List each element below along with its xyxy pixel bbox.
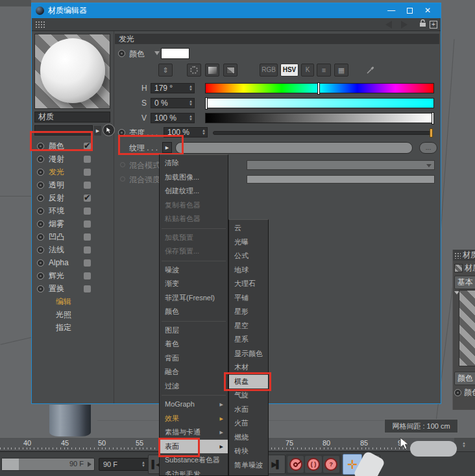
- channel-checkbox[interactable]: [84, 220, 91, 228]
- go-to-end-button[interactable]: ▶▌: [266, 455, 286, 474]
- channel-checkbox[interactable]: [84, 169, 91, 176]
- spectrum-icon[interactable]: [205, 64, 219, 77]
- value-slider[interactable]: [205, 113, 434, 123]
- tab-color[interactable]: 颜色: [454, 372, 475, 385]
- channel-extra-item[interactable]: 指定: [32, 321, 114, 334]
- menu-item[interactable]: 云: [229, 221, 268, 235]
- channel-item[interactable]: 法线: [32, 243, 114, 256]
- toolbar-grip-icon[interactable]: [35, 21, 45, 29]
- channel-item[interactable]: 反射✔: [32, 191, 114, 204]
- channel-item[interactable]: 辉光: [32, 269, 114, 282]
- menu-item[interactable]: 星形: [229, 305, 268, 319]
- menu-item[interactable]: 加载图像...: [160, 171, 228, 185]
- channel-radio-icon[interactable]: [37, 272, 44, 280]
- material-preview[interactable]: [34, 34, 110, 109]
- hue-slider[interactable]: [205, 83, 434, 93]
- value-value-field[interactable]: 100 %: [151, 113, 195, 123]
- value-slider-handle[interactable]: [432, 112, 434, 125]
- menu-item[interactable]: 地球: [229, 263, 268, 278]
- current-frame-field[interactable]: 90 F: [99, 458, 149, 471]
- menu-item[interactable]: MoGraph▶: [160, 398, 228, 412]
- titlebar[interactable]: 材质编辑器 — ✕: [32, 3, 441, 18]
- channel-checkbox[interactable]: [84, 156, 91, 163]
- menu-item[interactable]: 大理石: [229, 277, 268, 291]
- hue-value-field[interactable]: 179 °: [151, 83, 195, 93]
- menu-item[interactable]: 星系: [229, 333, 268, 347]
- menu-item[interactable]: 融合: [160, 365, 228, 379]
- menu-item[interactable]: 显示颜色: [229, 347, 268, 361]
- record-keyframe-button[interactable]: [287, 456, 304, 473]
- menu-item[interactable]: 复制着色器: [160, 198, 228, 213]
- channel-radio-icon[interactable]: [37, 156, 44, 163]
- channel-checkbox[interactable]: [84, 272, 91, 280]
- channel-item[interactable]: 置换: [32, 282, 114, 295]
- channel-checkbox[interactable]: ✔: [84, 195, 91, 202]
- menu-item[interactable]: 星空: [229, 319, 268, 333]
- channel-item[interactable]: 漫射: [32, 152, 114, 165]
- channel-item[interactable]: 凹凸: [32, 230, 114, 243]
- menu-item[interactable]: 颜色: [160, 305, 228, 319]
- menu-item[interactable]: 简单噪波: [229, 458, 268, 473]
- menu-item[interactable]: 加载预置: [160, 231, 228, 245]
- menu-item[interactable]: 水面: [229, 403, 268, 417]
- maximize-button[interactable]: [400, 3, 419, 18]
- channel-checkbox[interactable]: [84, 208, 91, 215]
- color-swatch[interactable]: [161, 48, 189, 59]
- channel-radio-icon[interactable]: [37, 220, 44, 228]
- viewport-cylinder-object[interactable]: [49, 405, 91, 436]
- channel-item[interactable]: Alpha: [32, 256, 114, 269]
- tab-basic[interactable]: 基本: [454, 276, 475, 289]
- swatches-icon[interactable]: ▦: [334, 64, 348, 77]
- menu-item[interactable]: 渐变: [160, 277, 228, 291]
- channel-item[interactable]: 烟雾: [32, 217, 114, 230]
- channel-checkbox[interactable]: [84, 259, 91, 267]
- menu-item[interactable]: 保存预置...: [160, 244, 228, 259]
- channel-checkbox[interactable]: [84, 246, 91, 254]
- channel-radio-icon[interactable]: [37, 182, 44, 189]
- menu-item[interactable]: 着色: [160, 337, 228, 351]
- attribute-material-row[interactable]: 材质: [454, 263, 475, 274]
- material-name-field[interactable]: 材质: [34, 112, 110, 123]
- brightness-slider-handle[interactable]: [430, 128, 433, 137]
- channel-radio-icon[interactable]: [37, 259, 44, 267]
- color-wheel-icon[interactable]: [187, 64, 201, 77]
- compact-mode-icon[interactable]: ⇕: [158, 64, 173, 77]
- saturation-slider-handle[interactable]: [205, 97, 208, 110]
- saturation-value-field[interactable]: 0 %: [151, 98, 195, 108]
- mixer-icon[interactable]: ≡: [317, 64, 331, 77]
- eyedropper-icon[interactable]: [363, 64, 378, 77]
- saturation-slider[interactable]: [205, 98, 434, 108]
- channel-radio-icon[interactable]: [37, 208, 44, 215]
- stepper-icon[interactable]: [189, 115, 194, 121]
- menu-item[interactable]: 清除: [160, 156, 228, 171]
- preview-range-slider[interactable]: 90 F: [1, 458, 95, 471]
- attribute-color-row[interactable]: 颜色: [454, 387, 475, 398]
- minimize-button[interactable]: —: [382, 3, 400, 18]
- menu-item[interactable]: 公式: [229, 249, 268, 263]
- channel-checkbox[interactable]: [84, 233, 91, 241]
- menu-item[interactable]: 背面: [160, 351, 228, 366]
- channel-radio-icon[interactable]: [37, 195, 44, 202]
- menu-item[interactable]: 噪波: [160, 263, 228, 278]
- stepper-icon[interactable]: [189, 85, 194, 91]
- channel-radio-icon[interactable]: [37, 169, 44, 176]
- channel-extra-item[interactable]: 编辑: [32, 295, 114, 308]
- channel-checkbox[interactable]: [84, 182, 91, 189]
- channel-extra-item[interactable]: 光照: [32, 308, 114, 321]
- add-panel-icon[interactable]: +: [430, 21, 437, 29]
- stepper-icon[interactable]: [141, 461, 147, 468]
- image-icon[interactable]: [223, 64, 238, 77]
- menu-item[interactable]: 多边形毛发: [160, 468, 228, 476]
- menu-item[interactable]: 过滤: [160, 379, 228, 394]
- channel-item[interactable]: 发光: [32, 165, 114, 178]
- brightness-slider[interactable]: [213, 131, 433, 135]
- menu-item[interactable]: 平铺: [229, 291, 268, 305]
- keyframe-help-button[interactable]: ?: [323, 456, 339, 473]
- menu-item[interactable]: 火苗: [229, 416, 268, 431]
- channel-radio-icon[interactable]: [37, 285, 44, 292]
- color-radio-icon[interactable]: [118, 50, 125, 57]
- channel-checkbox[interactable]: [84, 285, 91, 292]
- menu-item[interactable]: 创建纹理...: [160, 184, 228, 198]
- mode-rgb-button[interactable]: RGB: [260, 64, 278, 77]
- chevron-down-icon[interactable]: [154, 51, 160, 55]
